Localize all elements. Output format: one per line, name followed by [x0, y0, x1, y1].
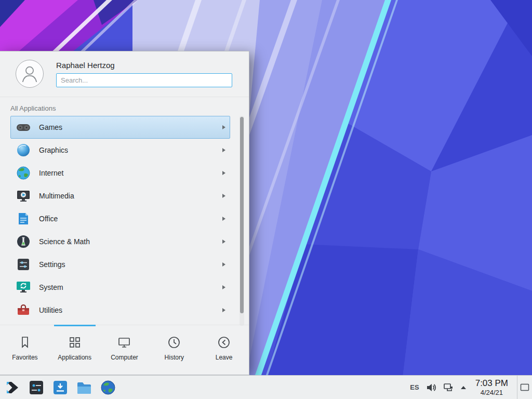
- chevron-right-icon: [222, 171, 225, 175]
- tab-label: Applications: [58, 354, 91, 361]
- flask-icon: [15, 233, 32, 250]
- chevron-right-icon: [222, 194, 225, 198]
- show-desktop-button[interactable]: [517, 376, 532, 399]
- system-monitor-icon: [15, 279, 32, 296]
- chevron-right-icon: [222, 308, 225, 312]
- app-category-office[interactable]: Office: [10, 207, 230, 230]
- launcher-tab-bar: Favorites Applications Computer Histor: [0, 325, 249, 375]
- app-category-label: Multimedia: [39, 192, 222, 200]
- application-launcher-menu: Raphael Hertzog All Applications Games: [0, 51, 249, 375]
- system-tray: ES 7:03 PM 4/24/21: [410, 376, 532, 399]
- desktop-outline-icon: [520, 383, 529, 391]
- scrollbar-thumb[interactable]: [240, 117, 244, 313]
- app-category-settings[interactable]: Settings: [10, 253, 230, 276]
- app-category-internet[interactable]: Internet: [10, 162, 230, 184]
- computer-icon: [117, 335, 131, 350]
- gamepad-icon: [15, 119, 32, 136]
- clock-time: 7:03 PM: [475, 378, 508, 389]
- history-clock-icon: [167, 335, 181, 350]
- user-avatar: [16, 60, 44, 88]
- app-category-label: Utilities: [39, 306, 222, 314]
- tab-label: Leave: [216, 354, 233, 361]
- network-icon[interactable]: [443, 382, 454, 393]
- file-manager-icon[interactable]: [76, 380, 92, 395]
- app-category-list: Games Graphics Internet: [0, 116, 249, 325]
- toolbox-icon: [15, 302, 32, 318]
- expand-tray-icon[interactable]: [460, 385, 467, 390]
- app-category-label: System: [39, 283, 222, 291]
- chevron-right-icon: [222, 217, 225, 221]
- graphics-orb-icon: [15, 142, 32, 158]
- app-category-help[interactable]: Help: [10, 322, 230, 325]
- search-input[interactable]: [56, 73, 232, 87]
- app-category-system[interactable]: System: [10, 276, 230, 299]
- tab-history[interactable]: History: [149, 325, 199, 375]
- app-category-utilities[interactable]: Utilities: [10, 299, 230, 322]
- app-category-graphics[interactable]: Graphics: [10, 139, 230, 162]
- system-settings-icon[interactable]: [29, 380, 44, 395]
- chevron-right-icon: [222, 148, 225, 152]
- taskbar-panel: ES 7:03 PM 4/24/21: [0, 375, 532, 399]
- software-center-icon[interactable]: [52, 380, 68, 395]
- web-browser-icon[interactable]: [100, 380, 116, 395]
- clock-date: 4/24/21: [475, 389, 508, 396]
- globe-icon: [15, 165, 32, 181]
- app-category-science[interactable]: Science & Math: [10, 230, 230, 253]
- tab-leave[interactable]: Leave: [199, 325, 249, 375]
- bookmark-icon: [18, 335, 32, 350]
- chevron-right-icon: [222, 240, 225, 244]
- leave-icon: [217, 335, 231, 350]
- tab-favorites[interactable]: Favorites: [0, 325, 50, 375]
- keyboard-layout-indicator[interactable]: ES: [410, 383, 419, 391]
- app-category-label: Games: [39, 123, 222, 131]
- app-category-label: Settings: [39, 260, 222, 269]
- tab-label: Favorites: [12, 354, 37, 361]
- app-category-label: Science & Math: [39, 237, 222, 246]
- app-category-label: Graphics: [39, 146, 222, 154]
- chevron-right-icon: [222, 285, 225, 289]
- sliders-icon: [15, 256, 32, 273]
- app-category-games[interactable]: Games: [10, 116, 230, 139]
- tab-computer[interactable]: Computer: [100, 325, 150, 375]
- tab-label: Computer: [111, 354, 138, 361]
- app-grid-icon: [68, 335, 82, 350]
- volume-icon[interactable]: [426, 382, 436, 393]
- app-category-label: Office: [39, 215, 222, 223]
- app-category-label: Internet: [39, 169, 222, 177]
- chevron-right-icon: [222, 125, 225, 129]
- chevron-right-icon: [222, 262, 225, 267]
- section-label: All Applications: [10, 104, 56, 112]
- office-document-icon: [15, 210, 32, 227]
- app-category-multimedia[interactable]: Multimedia: [10, 184, 230, 207]
- digital-clock[interactable]: 7:03 PM 4/24/21: [475, 378, 508, 396]
- kde-launcher-icon[interactable]: [5, 380, 20, 395]
- user-name: Raphael Hertzog: [56, 61, 232, 70]
- tab-applications[interactable]: Applications: [50, 325, 100, 375]
- tab-label: History: [165, 354, 184, 361]
- media-monitor-icon: [15, 188, 32, 204]
- launcher-header: Raphael Hertzog: [0, 51, 249, 97]
